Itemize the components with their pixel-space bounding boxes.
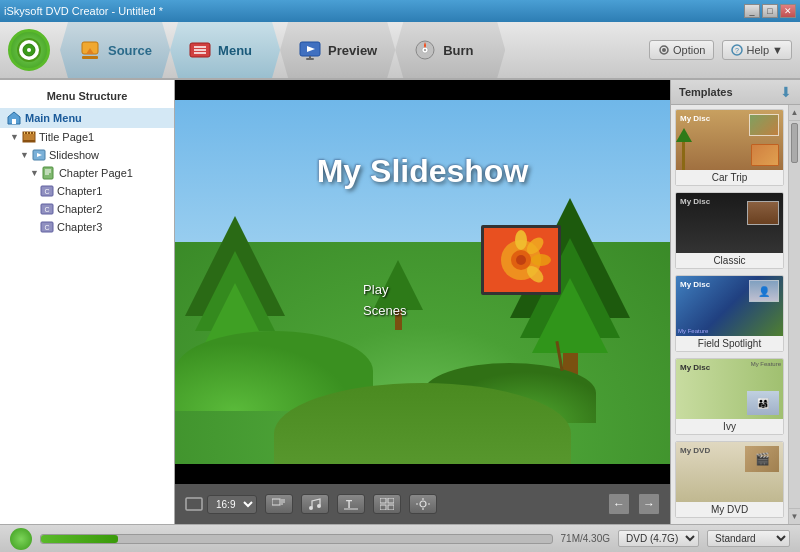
aspect-icon — [185, 497, 203, 511]
download-icon — [78, 38, 102, 62]
tab-menu[interactable]: Menu — [170, 22, 280, 78]
svg-rect-59 — [380, 505, 386, 510]
template-field-spotlight[interactable]: My Disc My Feature 👤 Field Spotlight — [675, 275, 784, 352]
app-logo-inner — [17, 38, 41, 62]
tab-source-label: Source — [108, 43, 152, 58]
svg-rect-49 — [272, 499, 280, 505]
aspect-select[interactable]: 16:9 4:3 — [207, 495, 257, 514]
filmstrip-icon — [22, 130, 36, 144]
tab-burn[interactable]: Burn — [395, 22, 505, 78]
tree-item-chapter-page1[interactable]: ▼ Chapter Page1 — [0, 164, 174, 182]
template-ivy[interactable]: My Disc My Feature 👨‍👩‍👧 Ivy — [675, 358, 784, 435]
tree-chapter1-label: Chapter1 — [57, 185, 102, 197]
maximize-button[interactable]: □ — [762, 4, 778, 18]
text-button[interactable]: T — [337, 494, 365, 514]
help-icon: ? — [731, 44, 743, 56]
expand-icon-chapter: ▼ — [30, 168, 39, 178]
field-disc-label: My Disc — [680, 280, 710, 289]
tab-source[interactable]: Source — [60, 22, 170, 78]
help-dropdown-icon: ▼ — [772, 44, 783, 56]
tree-item-chapter2[interactable]: C Chapter2 — [0, 200, 174, 218]
panel-title: Menu Structure — [0, 88, 174, 108]
settings-button[interactable] — [409, 494, 437, 514]
letterbox-bottom — [175, 464, 670, 484]
svg-point-16 — [662, 48, 666, 52]
toolbar: Source Menu Preview — [0, 22, 800, 80]
status-logo — [10, 528, 32, 550]
preview-icon — [298, 38, 322, 62]
template-my-dvd[interactable]: My DVD 🎬 My DVD — [675, 441, 784, 518]
svg-rect-60 — [388, 505, 394, 510]
tree-item-title-page1[interactable]: ▼ Title Page1 — [0, 128, 174, 146]
templates-title: Templates — [679, 86, 733, 98]
prev-button[interactable]: ← — [608, 493, 630, 515]
scroll-thumb[interactable] — [791, 123, 798, 163]
text-icon: T — [344, 498, 358, 510]
status-size: 71M/4.30G — [561, 533, 610, 544]
templates-container: My Disc Car Trip My Disc — [671, 105, 800, 524]
status-progress — [40, 534, 553, 544]
thumbnail-image — [484, 228, 558, 292]
scroll-up-btn[interactable]: ▲ — [789, 105, 800, 121]
svg-point-15 — [424, 49, 426, 51]
chapters-button[interactable] — [265, 494, 293, 514]
svg-rect-48 — [186, 498, 202, 510]
center-area: My Slideshow Play Scenes — [175, 80, 670, 524]
chapter1-icon: C — [40, 184, 54, 198]
disc-type-select[interactable]: DVD (4.7G) DVD (8.5G) — [618, 530, 699, 547]
menu-scenes-btn[interactable]: Scenes — [363, 303, 406, 318]
template-car-trip-thumb: My Disc — [676, 110, 783, 170]
option-button[interactable]: Option — [649, 40, 714, 60]
template-field-thumb: My Disc My Feature 👤 — [676, 276, 783, 336]
minimize-button[interactable]: _ — [744, 4, 760, 18]
tree-chapter2-label: Chapter2 — [57, 203, 102, 215]
music-button[interactable] — [301, 494, 329, 514]
ivy-label: Ivy — [676, 419, 783, 434]
tab-preview-label: Preview — [328, 43, 377, 58]
grid-button[interactable] — [373, 494, 401, 514]
menu-play-btn[interactable]: Play — [363, 282, 406, 297]
expand-icon-title: ▼ — [10, 132, 19, 142]
tree-item-slideshow[interactable]: ▼ Slideshow — [0, 146, 174, 164]
svg-text:C: C — [44, 206, 49, 213]
chapter3-icon: C — [40, 220, 54, 234]
template-classic[interactable]: My Disc Classic — [675, 192, 784, 269]
svg-rect-12 — [309, 56, 311, 59]
svg-text:C: C — [44, 224, 49, 231]
right-panel-header: Templates ⬇ — [671, 80, 800, 105]
template-ivy-thumb: My Disc My Feature 👨‍👩‍👧 — [676, 359, 783, 419]
field-label: Field Spotlight — [676, 336, 783, 351]
svg-point-46 — [531, 254, 551, 266]
preview-controls: 16:9 4:3 — [175, 484, 670, 524]
quality-select[interactable]: Standard High Quality Custom — [707, 530, 790, 547]
tree-item-chapter1[interactable]: C Chapter1 — [0, 182, 174, 200]
settings-icon — [416, 498, 430, 510]
scroll-down-btn[interactable]: ▼ — [789, 508, 800, 524]
svg-point-54 — [317, 504, 321, 508]
tree-main-menu-label: Main Menu — [25, 112, 82, 124]
menu-icon — [188, 38, 212, 62]
tree-item-main-menu[interactable]: Main Menu — [0, 108, 174, 128]
left-panel: Menu Structure Main Menu ▼ Title Page1 — [0, 80, 175, 524]
expand-icon-slideshow: ▼ — [20, 150, 29, 160]
help-button[interactable]: ? Help ▼ — [722, 40, 792, 60]
svg-point-53 — [309, 506, 313, 510]
templates-scrollbar[interactable]: ▲ ▼ — [788, 105, 800, 524]
svg-point-44 — [515, 230, 527, 250]
next-button[interactable]: → — [638, 493, 660, 515]
tree-item-chapter3[interactable]: C Chapter3 — [0, 218, 174, 236]
tab-preview[interactable]: Preview — [280, 22, 395, 78]
svg-rect-26 — [30, 132, 31, 134]
dvd-disc-label: My DVD — [680, 446, 710, 455]
slideshow-icon — [32, 148, 46, 162]
template-classic-thumb: My Disc — [676, 193, 783, 253]
scroll-track-empty — [789, 165, 800, 508]
chapters-icon — [272, 498, 286, 510]
close-button[interactable]: ✕ — [780, 4, 796, 18]
slideshow-title: My Slideshow — [317, 153, 529, 190]
svg-point-61 — [420, 501, 426, 507]
svg-rect-24 — [24, 132, 25, 134]
template-car-trip[interactable]: My Disc Car Trip — [675, 109, 784, 186]
download-button[interactable]: ⬇ — [780, 84, 792, 100]
tree-chapter-page1-label: Chapter Page1 — [59, 167, 133, 179]
